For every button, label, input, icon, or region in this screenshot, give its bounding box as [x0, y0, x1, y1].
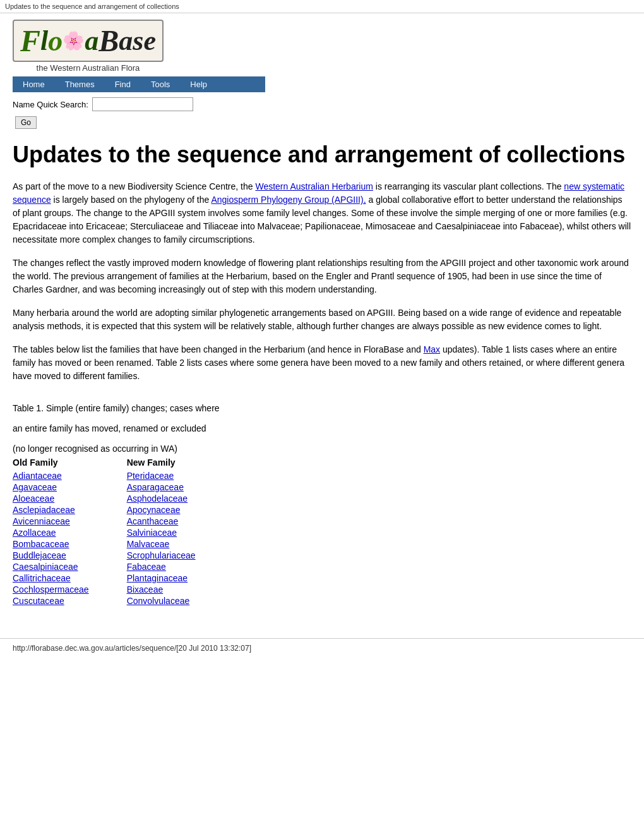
new-family-link[interactable]: Apocynaceae: [127, 505, 181, 515]
link-apgiii[interactable]: Angiosperm Phylogeny Group (APGIII),: [211, 195, 366, 205]
old-family-cell: Azollaceae: [13, 527, 127, 538]
table-row: CochlospermaceaeBixaceae: [13, 584, 234, 595]
main-content: Updates to the sequence and arrangement …: [0, 135, 644, 619]
new-family-link[interactable]: Scrophulariaceae: [127, 550, 196, 560]
new-family-cell: Bixaceae: [127, 584, 234, 595]
logo-image: F l o 🌸 a B ase: [13, 20, 164, 62]
search-label: Name Quick Search:: [13, 100, 88, 109]
old-family-link[interactable]: Avicenniaceae: [13, 516, 70, 526]
go-button[interactable]: Go: [15, 116, 37, 129]
new-family-link[interactable]: Bixaceae: [127, 584, 164, 595]
logo-letter-a: a: [85, 25, 98, 57]
new-family-cell: Scrophulariaceae: [127, 550, 234, 561]
old-family-cell: Asclepiadaceae: [13, 504, 127, 516]
link-max[interactable]: Max: [424, 344, 440, 354]
new-family-link[interactable]: Pteridaceae: [127, 471, 174, 481]
nav-help[interactable]: Help: [180, 76, 217, 92]
new-family-link[interactable]: Plantaginaceae: [127, 573, 188, 583]
footer-url: http://florabase.dec.wa.gov.au/articles/…: [13, 644, 251, 653]
table-body: AdiantaceaePteridaceaeAgavaceaeAsparagac…: [13, 470, 234, 607]
old-family-cell: Avicenniaceae: [13, 516, 127, 527]
search-bar: Name Quick Search:: [0, 92, 644, 116]
nav-themes[interactable]: Themes: [55, 76, 105, 92]
old-family-link[interactable]: Caesalpiniaceae: [13, 562, 78, 572]
old-family-link[interactable]: Bombacaceae: [13, 539, 69, 549]
col-new-family-header: New Family: [127, 456, 234, 470]
table-row: CuscutaceaeConvolvulaceae: [13, 595, 234, 607]
old-family-link[interactable]: Aloeaceae: [13, 493, 54, 504]
paragraph-4: The tables below list the families that …: [13, 343, 631, 383]
old-family-link[interactable]: Azollaceae: [13, 528, 56, 538]
logo-letter-l: l: [40, 25, 48, 57]
new-family-link[interactable]: Acanthaceae: [127, 516, 179, 526]
old-family-cell: Cochlospermaceae: [13, 584, 127, 595]
new-family-cell: Asphodelaceae: [127, 493, 234, 504]
footer: http://florabase.dec.wa.gov.au/articles/…: [0, 638, 644, 658]
old-family-cell: Buddlejaceae: [13, 550, 127, 561]
logo-letter-B: B: [98, 23, 119, 58]
new-family-cell: Malvaceae: [127, 538, 234, 550]
old-family-cell: Caesalpiniaceae: [13, 561, 127, 572]
old-family-link[interactable]: Agavaceae: [13, 482, 57, 492]
family-table: Old Family New Family AdiantaceaePterida…: [13, 456, 234, 607]
table-row: BuddlejaceaeScrophulariaceae: [13, 550, 234, 561]
logo-flower-icon: 🌸: [63, 30, 85, 51]
logo-subtitle: the Western Australian Flora: [37, 63, 140, 73]
paragraph-1: As part of the move to a new Biodiversit…: [13, 180, 631, 246]
table-caption-line2: an entire family has moved, renamed or e…: [13, 423, 206, 433]
old-family-cell: Cuscutaceae: [13, 595, 127, 607]
nav-home[interactable]: Home: [13, 76, 55, 92]
table-section: Table 1. Simple (entire family) changes;…: [13, 393, 631, 607]
new-family-link[interactable]: Malvaceae: [127, 539, 170, 549]
logo-letter-ase: ase: [119, 25, 156, 57]
para1-text-after-link2: is largely based on the phylogeny of the: [51, 195, 212, 205]
new-family-cell: Convolvulaceae: [127, 595, 234, 607]
logo-box: F l o 🌸 a B ase the Western Australian F…: [13, 20, 164, 73]
new-family-link[interactable]: Convolvulaceae: [127, 596, 190, 606]
table-caption-line3: (no longer recognised as occurring in WA…: [13, 444, 177, 454]
col-old-family-header: Old Family: [13, 456, 127, 470]
logo-area: F l o 🌸 a B ase the Western Australian F…: [0, 13, 644, 92]
paragraph-3: Many herbaria around the world are adopt…: [13, 306, 631, 333]
new-family-cell: Fabaceae: [127, 561, 234, 572]
old-family-link[interactable]: Adiantaceae: [13, 471, 62, 481]
top-bar-text: Updates to the sequence and arrangement …: [5, 3, 179, 10]
old-family-link[interactable]: Cuscutaceae: [13, 596, 64, 606]
new-family-cell: Salviniaceae: [127, 527, 234, 538]
logo-letter-o: o: [48, 24, 63, 57]
new-family-cell: Acanthaceae: [127, 516, 234, 527]
new-family-link[interactable]: Salviniaceae: [127, 528, 177, 538]
new-family-cell: Apocynaceae: [127, 504, 234, 516]
para1-text-after-link1: is rearranging its vascular plant collec…: [373, 181, 564, 191]
link-wa-herbarium[interactable]: Western Australian Herbarium: [255, 181, 373, 191]
old-family-link[interactable]: Callitrichaceae: [13, 573, 71, 583]
table-row: CaesalpiniaceaeFabaceae: [13, 561, 234, 572]
table-row: CallitrichaceaePlantaginaceae: [13, 572, 234, 584]
old-family-link[interactable]: Asclepiadaceae: [13, 505, 75, 515]
table-row: AloeaceaeAsphodelaceae: [13, 493, 234, 504]
para4-text-before-link1: The tables below list the families that …: [13, 344, 424, 354]
search-input[interactable]: [92, 97, 193, 111]
table-header-row: Old Family New Family: [13, 456, 234, 470]
old-family-link[interactable]: Cochlospermaceae: [13, 584, 89, 595]
old-family-cell: Bombacaceae: [13, 538, 127, 550]
table-row: AgavaceaeAsparagaceae: [13, 481, 234, 493]
table-caption-line1: Table 1. Simple (entire family) changes;…: [13, 403, 220, 413]
table-row: AvicenniaceaeAcanthaceae: [13, 516, 234, 527]
new-family-cell: Asparagaceae: [127, 481, 234, 493]
top-bar: Updates to the sequence and arrangement …: [0, 0, 644, 13]
old-family-link[interactable]: Buddlejaceae: [13, 550, 66, 560]
page-title: Updates to the sequence and arrangement …: [13, 142, 631, 167]
new-family-link[interactable]: Asphodelaceae: [127, 493, 188, 504]
new-family-link[interactable]: Asparagaceae: [127, 482, 184, 492]
table-caption: Table 1. Simple (entire family) changes;…: [13, 393, 631, 454]
logo-letter-F: F: [20, 23, 40, 58]
old-family-cell: Agavaceae: [13, 481, 127, 493]
table-row: AdiantaceaePteridaceae: [13, 470, 234, 481]
paragraph-2: The changes reflect the vastly improved …: [13, 257, 631, 296]
new-family-link[interactable]: Fabaceae: [127, 562, 166, 572]
nav-tools[interactable]: Tools: [141, 76, 180, 92]
nav-find[interactable]: Find: [105, 76, 141, 92]
para1-text-before-link1: As part of the move to a new Biodiversit…: [13, 181, 255, 191]
table-row: BombacaceaeMalvaceae: [13, 538, 234, 550]
